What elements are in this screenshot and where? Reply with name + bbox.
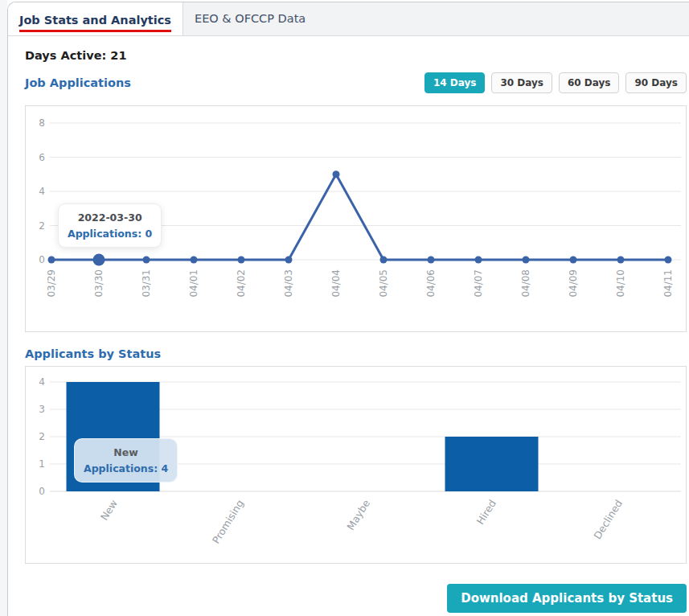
svg-text:4: 4 (39, 186, 45, 197)
filter-14-days-button[interactable]: 14 Days (424, 72, 486, 93)
job-applications-title: Job Applications (25, 76, 131, 89)
tab-job-stats-and-analytics[interactable]: Job Stats and Analytics (8, 2, 183, 35)
tab-label: EEO & OFCCP Data (195, 5, 306, 33)
svg-text:4: 4 (39, 376, 45, 388)
svg-text:2: 2 (39, 220, 45, 232)
applications-header: Job Applications 14 Days 30 Days 60 Days… (25, 72, 687, 93)
svg-text:6: 6 (39, 152, 45, 163)
days-active-text: Days Active: 21 (25, 49, 686, 62)
filter-90-days-button[interactable]: 90 Days (625, 72, 687, 93)
tooltip-value: Applications: 0 (68, 228, 152, 240)
tab-bar: Job Stats and Analytics EEO & OFCCP Data (8, 2, 689, 36)
svg-text:04/03: 04/03 (283, 269, 294, 298)
svg-text:8: 8 (39, 117, 45, 129)
svg-text:New: New (98, 498, 120, 523)
status-bar-chart-container[interactable]: 01234NewPromisingMaybeHiredDeclined New … (25, 366, 687, 564)
svg-text:03/30: 03/30 (93, 269, 105, 298)
svg-text:04/05: 04/05 (378, 269, 389, 298)
svg-text:04/01: 04/01 (188, 269, 199, 298)
svg-text:03/29: 03/29 (46, 269, 57, 298)
svg-text:03/31: 03/31 (141, 269, 152, 298)
svg-text:04/09: 04/09 (568, 269, 579, 298)
bar-chart-tooltip: New Applications: 4 (74, 438, 178, 483)
svg-text:04/08: 04/08 (520, 269, 531, 298)
footer-actions: Download Applicants by Status (25, 584, 687, 613)
job-analytics-page: Job Stats and Analytics EEO & OFCCP Data… (0, 0, 689, 616)
svg-text:Hired: Hired (474, 498, 498, 527)
tab-eeo-ofccp-data[interactable]: EEO & OFCCP Data (183, 2, 317, 35)
svg-text:04/11: 04/11 (662, 269, 674, 298)
svg-text:Maybe: Maybe (344, 497, 372, 532)
svg-text:Promising: Promising (210, 498, 246, 546)
left-gutter (0, 0, 7, 616)
svg-text:3: 3 (39, 404, 45, 415)
tooltip-value: Applications: 4 (84, 462, 168, 474)
download-applicants-button[interactable]: Download Applicants by Status (447, 584, 687, 613)
tooltip-category: New (84, 446, 168, 458)
svg-text:04/06: 04/06 (425, 269, 437, 298)
svg-text:04/10: 04/10 (615, 269, 626, 298)
svg-text:04/07: 04/07 (473, 269, 484, 298)
panel-content: Days Active: 21 Job Applications 14 Days… (8, 49, 689, 613)
filter-30-days-button[interactable]: 30 Days (491, 72, 552, 93)
date-range-filter-group: 14 Days 30 Days 60 Days 90 Days (424, 72, 687, 93)
svg-text:2: 2 (39, 431, 45, 442)
analytics-panel: Job Stats and Analytics EEO & OFCCP Data… (7, 2, 689, 616)
svg-text:Declined: Declined (591, 498, 625, 541)
applications-line-chart-container[interactable]: 0246803/2903/3003/3104/0104/0204/0304/04… (25, 105, 687, 332)
svg-text:04/02: 04/02 (236, 269, 247, 298)
svg-text:04/04: 04/04 (330, 269, 342, 298)
filter-60-days-button[interactable]: 60 Days (559, 72, 620, 93)
line-chart-tooltip: 2022-03-30 Applications: 0 (58, 203, 162, 248)
applicants-by-status-title: Applicants by Status (25, 347, 686, 360)
svg-text:0: 0 (39, 486, 45, 497)
svg-text:1: 1 (39, 458, 45, 470)
svg-text:0: 0 (39, 254, 45, 265)
tooltip-date: 2022-03-30 (68, 211, 152, 224)
tab-label: Job Stats and Analytics (19, 6, 171, 32)
